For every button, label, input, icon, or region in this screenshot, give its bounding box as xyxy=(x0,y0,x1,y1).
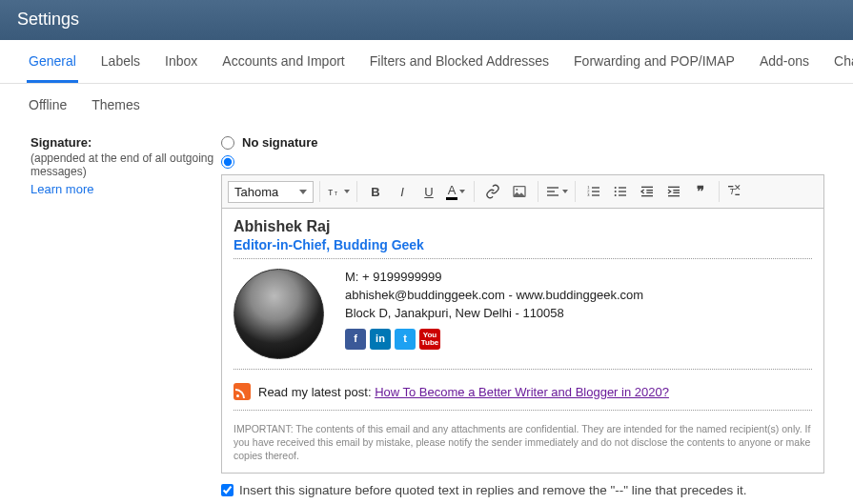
svg-point-3 xyxy=(516,189,518,191)
avatar-image xyxy=(234,269,324,359)
latest-post-link[interactable]: How To Become a Better Writer and Blogge… xyxy=(375,385,669,399)
svg-point-16 xyxy=(615,187,617,189)
indent-more-button[interactable] xyxy=(661,179,686,204)
signature-section: Signature: (appended at the end of all o… xyxy=(0,126,853,497)
signature-content[interactable]: Abhishek Raj Editor-in-Chief, Budding Ge… xyxy=(222,209,823,473)
no-signature-radio[interactable] xyxy=(221,136,234,150)
rss-icon xyxy=(234,383,251,400)
toolbar-separator xyxy=(719,181,720,202)
signature-job-title: Editor-in-Chief, Budding Geek xyxy=(234,237,812,252)
toolbar-separator xyxy=(319,181,320,202)
indent-less-button[interactable] xyxy=(635,179,660,204)
no-signature-row: No signature xyxy=(221,135,836,150)
svg-text:т: т xyxy=(335,190,337,196)
clear-format-button[interactable]: T✕ xyxy=(725,179,750,204)
latest-post-row: Read my latest post: How To Become a Bet… xyxy=(234,383,812,400)
main-panel: General Labels Inbox Accounts and Import… xyxy=(0,40,853,504)
twitter-icon[interactable]: t xyxy=(395,329,416,350)
email-web-line: abhishek@buddinggeek.com - www.buddingge… xyxy=(345,287,643,305)
link-button[interactable] xyxy=(480,179,505,204)
social-icons: f in t You Tube xyxy=(345,329,643,350)
divider xyxy=(234,258,812,259)
facebook-icon[interactable]: f xyxy=(345,329,366,350)
bullet-list-button[interactable] xyxy=(608,179,633,204)
image-button[interactable] xyxy=(507,179,532,204)
toolbar-separator xyxy=(356,181,357,202)
tab-accounts-import[interactable]: Accounts and Import xyxy=(220,40,346,83)
youtube-icon[interactable]: You Tube xyxy=(419,329,440,350)
svg-text:3: 3 xyxy=(587,192,590,197)
tab-labels[interactable]: Labels xyxy=(99,40,142,83)
font-size-button[interactable]: тт xyxy=(326,179,351,204)
editor-toolbar: Tahoma тт B I U A 123 xyxy=(222,175,823,209)
tab-chat[interactable]: Chat xyxy=(832,40,853,83)
svg-point-18 xyxy=(615,194,617,196)
quote-button[interactable]: ❞ xyxy=(688,179,713,204)
font-family-select[interactable]: Tahoma xyxy=(228,181,314,203)
insert-before-quoted-label: Insert this signature before quoted text… xyxy=(239,483,747,497)
insert-before-quoted-checkbox[interactable] xyxy=(221,484,234,496)
svg-point-17 xyxy=(615,191,617,192)
italic-button[interactable]: I xyxy=(390,179,415,204)
toolbar-separator xyxy=(538,181,538,202)
section-desc: (appended at the end of all outgoing mes… xyxy=(30,151,221,178)
tabs-secondary: Offline Themes xyxy=(0,84,853,126)
settings-title: Settings xyxy=(17,10,79,29)
tab-filters[interactable]: Filters and Blocked Addresses xyxy=(368,40,551,83)
numbered-list-button[interactable]: 123 xyxy=(581,179,606,204)
no-signature-label: No signature xyxy=(242,135,317,150)
chevron-down-icon xyxy=(299,190,307,194)
custom-signature-row xyxy=(221,155,836,169)
disclaimer-text: IMPORTANT: The contents of this email an… xyxy=(234,422,812,463)
underline-button[interactable]: U xyxy=(416,179,441,204)
divider xyxy=(234,410,812,411)
contact-info: M: + 9199999999 abhishek@buddinggeek.com… xyxy=(345,269,643,350)
tab-forwarding[interactable]: Forwarding and POP/IMAP xyxy=(572,40,737,83)
insert-before-quoted-row: Insert this signature before quoted text… xyxy=(221,483,836,497)
tab-addons[interactable]: Add-ons xyxy=(758,40,811,83)
signature-info-row: M: + 9199999999 abhishek@buddinggeek.com… xyxy=(234,269,812,359)
learn-more-link[interactable]: Learn more xyxy=(30,182,221,196)
tabs-primary: General Labels Inbox Accounts and Import… xyxy=(0,40,853,84)
custom-signature-radio[interactable] xyxy=(221,155,234,169)
tab-offline[interactable]: Offline xyxy=(27,95,69,114)
signature-name: Abhishek Raj xyxy=(234,218,812,235)
toolbar-separator xyxy=(575,181,576,202)
phone-line: M: + 9199999999 xyxy=(345,269,643,287)
section-left-labels: Signature: (appended at the end of all o… xyxy=(30,135,221,497)
address-line: Block D, Janakpuri, New Delhi - 110058 xyxy=(345,305,643,323)
settings-header: Settings xyxy=(0,0,853,40)
latest-post-label: Read my latest post: xyxy=(258,385,375,399)
bold-button[interactable]: B xyxy=(363,179,388,204)
section-right: No signature Tahoma тт B I U A xyxy=(221,135,836,497)
text-color-button[interactable]: A xyxy=(443,179,468,204)
toolbar-separator xyxy=(474,181,475,202)
tab-themes[interactable]: Themes xyxy=(90,95,142,114)
linkedin-icon[interactable]: in xyxy=(370,329,391,350)
divider xyxy=(234,369,812,370)
tab-inbox[interactable]: Inbox xyxy=(163,40,199,83)
signature-editor: Tahoma тт B I U A 123 xyxy=(221,174,824,474)
align-button[interactable] xyxy=(544,179,569,204)
section-title: Signature: xyxy=(30,135,221,150)
font-family-value: Tahoma xyxy=(234,185,278,199)
svg-text:т: т xyxy=(328,186,333,197)
tab-general[interactable]: General xyxy=(27,40,78,83)
